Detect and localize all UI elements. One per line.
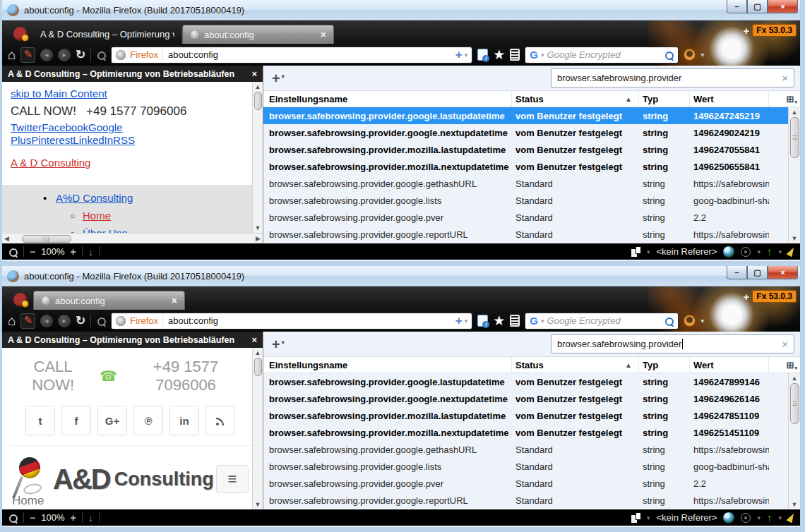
scroll-thumb[interactable]: ☰ — [790, 383, 799, 424]
config-row[interactable]: browser.safebrowsing.provider.mozilla.la… — [263, 407, 788, 424]
monkey-addon-icon[interactable] — [684, 49, 696, 61]
config-row[interactable]: browser.safebrowsing.provider.google.las… — [263, 107, 788, 124]
search-icon[interactable] — [664, 316, 674, 326]
column-picker-icon[interactable]: ⊞▾ — [769, 357, 800, 373]
cursor-icon[interactable] — [786, 512, 796, 524]
maximize-button[interactable]: ▢ — [747, 0, 768, 13]
add-pref-button[interactable]: +▾ — [272, 337, 285, 353]
scroll-up-icon[interactable]: ▲ — [255, 82, 261, 92]
scroll-down-icon[interactable]: ▼ — [255, 500, 261, 509]
scroll-up-icon[interactable]: ▲ — [255, 348, 261, 358]
menu-item-root[interactable]: A%D Consulting — [56, 192, 133, 204]
fx-version-badge[interactable]: Fx 53.0.3 — [752, 290, 797, 303]
zoom-out-icon[interactable]: − — [30, 512, 35, 524]
chevron-down-icon[interactable]: ▾ — [757, 514, 761, 521]
column-header-status[interactable]: Status ▲ — [512, 91, 639, 107]
zoom-out-icon[interactable]: − — [30, 246, 35, 258]
config-vertical-scrollbar[interactable]: ▲ ☰ ▼ — [788, 107, 800, 243]
bookmark-plus-icon[interactable]: + — [455, 314, 463, 328]
column-header-value[interactable]: Wert — [690, 357, 769, 373]
bookmark-star-icon[interactable]: ★ — [493, 314, 505, 327]
forward-icon[interactable]: ▸ — [58, 49, 71, 61]
web-search-box[interactable]: G ▾ Google Encrypted — [525, 313, 679, 330]
plus-icon[interactable]: + — [744, 291, 750, 303]
scroll-up-icon[interactable]: ▲ — [792, 107, 798, 117]
zoom-in-icon[interactable]: + — [70, 512, 76, 524]
chevron-down-icon[interactable]: ▾ — [541, 318, 544, 325]
referer-status[interactable]: <kein Referer> — [656, 512, 717, 523]
chevron-down-icon[interactable]: ▾ — [541, 52, 544, 59]
title-bar[interactable]: about:config - Mozilla Firefox (Build 20… — [2, 266, 800, 286]
tab-about-config[interactable]: about:config × — [33, 291, 185, 310]
url-bar[interactable]: Firefox about:config + ▾ — [111, 313, 472, 330]
record-circle-icon[interactable] — [741, 247, 751, 257]
up-arrow-icon[interactable]: ↑ — [767, 246, 773, 258]
download-icon[interactable]: ↓ — [88, 246, 94, 258]
chevron-down-icon[interactable]: ▾ — [778, 514, 782, 521]
site-logo[interactable]: A&D Consulting ≡ — [12, 457, 249, 501]
scroll-down-icon[interactable]: ▼ — [792, 234, 798, 243]
proxy-globe-icon[interactable] — [723, 512, 734, 524]
scroll-down-icon[interactable]: ▼ — [792, 500, 798, 509]
google-icon[interactable]: G — [530, 49, 538, 61]
sidebar-close-icon[interactable]: × — [251, 334, 257, 345]
up-arrow-icon[interactable]: ↑ — [767, 512, 773, 524]
config-row[interactable]: browser.safebrowsing.provider.google.rep… — [263, 226, 788, 243]
column-header-value[interactable]: Wert — [690, 91, 769, 107]
clear-search-icon[interactable]: × — [782, 72, 788, 84]
config-row[interactable]: browser.safebrowsing.provider.google.nex… — [263, 124, 788, 141]
column-header-status[interactable]: Status ▲ — [512, 357, 639, 373]
cursor-icon[interactable] — [786, 246, 796, 258]
minimize-button[interactable]: – — [727, 0, 747, 13]
bookmark-plus-icon[interactable]: + — [455, 48, 463, 62]
back-icon[interactable]: ◂ — [40, 49, 53, 61]
edit-pencil-icon[interactable]: ✎ — [20, 313, 35, 329]
tab-close-icon[interactable]: × — [172, 296, 177, 306]
page-info-icon[interactable] — [477, 49, 488, 61]
chevron-down-icon[interactable]: ▾ — [647, 248, 650, 255]
config-row[interactable]: browser.safebrowsing.provider.mozilla.ne… — [263, 158, 788, 175]
config-row[interactable]: browser.safebrowsing.provider.google.las… — [263, 373, 788, 390]
zoom-search-icon[interactable] — [8, 513, 18, 523]
scroll-thumb[interactable] — [254, 358, 262, 376]
menu-item-ueber-uns[interactable]: Über Uns — [83, 227, 127, 233]
config-row[interactable]: browser.safebrowsing.provider.mozilla.ne… — [263, 424, 788, 441]
home-nav-label[interactable]: Home — [12, 494, 44, 508]
search-icon[interactable] — [664, 50, 674, 60]
close-button[interactable]: × — [768, 266, 798, 279]
skip-link[interactable]: skip to Main Content — [11, 87, 107, 99]
config-row[interactable]: browser.safebrowsing.provider.google.nex… — [263, 390, 788, 407]
fx-version-badge[interactable]: Fx 53.0.3 — [752, 24, 797, 37]
tab-about-config[interactable]: about:config × — [182, 25, 334, 44]
tab-close-icon[interactable]: × — [321, 30, 326, 40]
proxy-globe-icon[interactable] — [723, 246, 734, 258]
clear-search-icon[interactable]: × — [782, 338, 788, 350]
monkey-addon-icon[interactable] — [684, 315, 696, 327]
home-icon[interactable]: ⌂ — [8, 48, 16, 61]
add-pref-button[interactable]: +▾ — [272, 71, 285, 87]
bookmark-star-icon[interactable]: ★ — [493, 48, 505, 61]
config-row[interactable]: browser.safebrowsing.provider.mozilla.la… — [263, 141, 788, 158]
config-search-input[interactable]: browser.safebrowsing.provider × — [551, 334, 794, 353]
close-button[interactable]: × — [768, 0, 798, 13]
linkedin-icon[interactable]: in — [169, 406, 199, 435]
chevron-down-icon[interactable]: ▾ — [757, 248, 761, 255]
scroll-left-icon[interactable]: ◀ — [4, 234, 9, 243]
scroll-up-icon[interactable]: ▲ — [792, 373, 798, 383]
pages-icon[interactable] — [631, 513, 640, 523]
clipboard-icon[interactable] — [510, 49, 520, 61]
column-header-type[interactable]: Typ — [639, 357, 690, 373]
config-row[interactable]: browser.safebrowsing.provider.google.rep… — [263, 492, 788, 509]
social-links-text[interactable]: TwitterFacebookGoogle PlusPinterestLinke… — [11, 121, 135, 146]
home-icon[interactable]: ⌂ — [8, 314, 16, 327]
chevron-down-icon[interactable]: ▾ — [465, 318, 468, 325]
search-tool-icon[interactable] — [96, 50, 106, 60]
google-icon[interactable]: G — [530, 315, 538, 327]
sidebar-horizontal-scrollbar[interactable]: ◀ ||| ▶ — [2, 233, 263, 243]
sidebar-vertical-scrollbar[interactable]: ▲ ▼ — [252, 82, 263, 233]
brand-link[interactable]: A & D Consulting — [11, 157, 90, 169]
scroll-thumb[interactable] — [254, 92, 262, 110]
config-search-input[interactable]: browser.safebrowsing.provider × — [551, 68, 794, 87]
reload-icon[interactable]: ↻ — [76, 49, 85, 61]
column-header-name[interactable]: Einstellungsname — [263, 357, 512, 373]
